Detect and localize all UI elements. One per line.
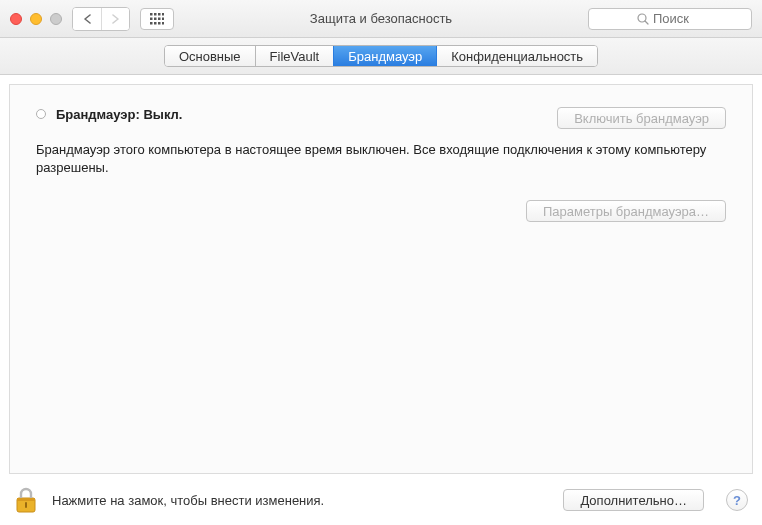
svg-rect-15 xyxy=(17,498,35,501)
search-field[interactable] xyxy=(588,8,752,30)
zoom-window-button[interactable] xyxy=(50,13,62,25)
svg-rect-3 xyxy=(162,13,164,16)
svg-rect-7 xyxy=(162,17,164,20)
search-icon xyxy=(637,13,649,25)
firewall-options-button[interactable]: Параметры брандмауэра… xyxy=(526,200,726,222)
help-button[interactable]: ? xyxy=(726,489,748,511)
chevron-right-icon xyxy=(111,14,120,24)
segmented-control: Основные FileVault Брандмауэр Конфиденци… xyxy=(164,45,598,67)
tab-privacy[interactable]: Конфиденциальность xyxy=(436,46,597,66)
svg-rect-6 xyxy=(158,17,161,20)
svg-line-13 xyxy=(645,21,648,24)
close-window-button[interactable] xyxy=(10,13,22,25)
lock-hint-text: Нажмите на замок, чтобы внести изменения… xyxy=(52,493,324,508)
svg-rect-1 xyxy=(154,13,157,16)
svg-rect-5 xyxy=(154,17,157,20)
lock-icon xyxy=(14,486,38,514)
lock-button[interactable] xyxy=(14,486,38,514)
grid-icon xyxy=(150,13,164,25)
svg-rect-10 xyxy=(158,22,161,25)
svg-rect-16 xyxy=(25,502,27,508)
svg-rect-8 xyxy=(150,22,153,25)
svg-rect-11 xyxy=(162,22,164,25)
svg-rect-9 xyxy=(154,22,157,25)
minimize-window-button[interactable] xyxy=(30,13,42,25)
search-input[interactable] xyxy=(653,11,703,26)
titlebar: Защита и безопасность xyxy=(0,0,762,38)
nav-back-forward xyxy=(72,7,130,31)
svg-rect-4 xyxy=(150,17,153,20)
window-controls xyxy=(10,13,62,25)
tab-firewall[interactable]: Брандмауэр xyxy=(333,46,436,66)
status-indicator xyxy=(36,109,46,119)
svg-rect-0 xyxy=(150,13,153,16)
chevron-left-icon xyxy=(83,14,92,24)
forward-button[interactable] xyxy=(101,8,129,30)
firewall-status-label: Брандмауэр: Выкл. xyxy=(56,107,557,122)
tab-general[interactable]: Основные xyxy=(165,46,255,66)
firewall-panel: Брандмауэр: Выкл. Включить брандмауэр Бр… xyxy=(9,84,753,474)
footer: Нажмите на замок, чтобы внести изменения… xyxy=(0,475,762,525)
tabs-bar: Основные FileVault Брандмауэр Конфиденци… xyxy=(0,38,762,75)
tab-filevault[interactable]: FileVault xyxy=(255,46,334,66)
firewall-description: Брандмауэр этого компьютера в настоящее … xyxy=(36,141,726,176)
svg-rect-2 xyxy=(158,13,161,16)
advanced-button[interactable]: Дополнительно… xyxy=(563,489,704,511)
back-button[interactable] xyxy=(73,8,101,30)
show-all-button[interactable] xyxy=(140,8,174,30)
turn-on-firewall-button[interactable]: Включить брандмауэр xyxy=(557,107,726,129)
